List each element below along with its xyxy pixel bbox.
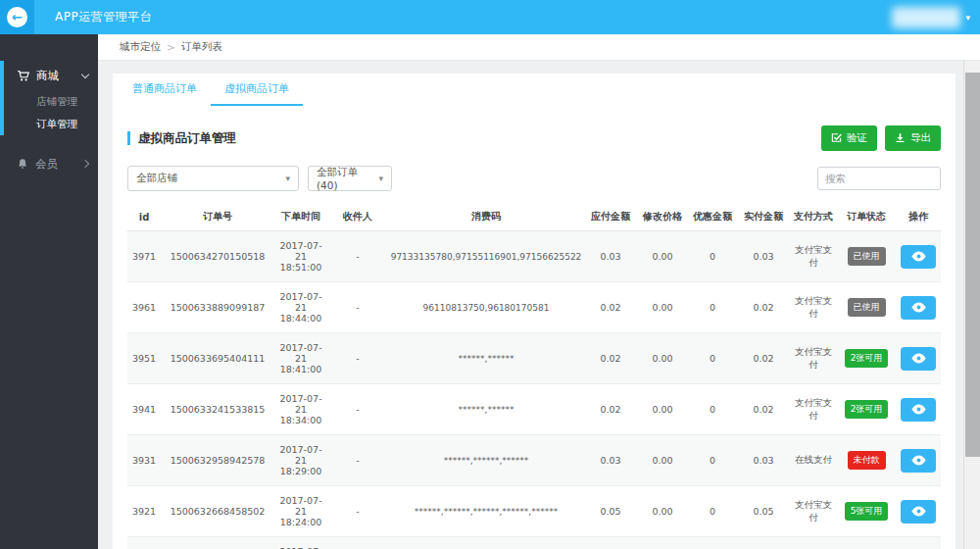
view-order-button[interactable] (901, 296, 936, 320)
scrollbar[interactable] (963, 61, 980, 549)
cell-action (896, 537, 941, 549)
username-redacted (892, 7, 960, 28)
cell-paid-amount: 0.02 (737, 384, 790, 435)
cell-order-status: 5张可用 (837, 486, 896, 537)
caret-down-icon: ▾ (277, 174, 290, 183)
order-status-badge: 2张可用 (845, 400, 889, 419)
cell-action (896, 486, 941, 537)
back-circle: ← (7, 7, 27, 27)
cell-order-status: 2张可用 (837, 333, 896, 384)
cell-recipient: - (327, 435, 388, 486)
tab-normal-orders[interactable]: 普通商品订单 (119, 74, 211, 106)
cell-order-time: 2017-07-21 18:41:00 (274, 333, 327, 384)
table-row: 396115006338890991872017-07-21 18:44:00-… (127, 282, 941, 333)
order-filter-select[interactable]: 全部订单(40) ▾ (308, 166, 392, 191)
header-buttons: 验证 导出 (821, 125, 941, 151)
cell-pay-method: 支付宝支付 (790, 486, 837, 537)
title-tick (127, 131, 130, 145)
view-order-button[interactable] (901, 245, 936, 269)
order-status-badge: 5张可用 (845, 502, 889, 521)
breadcrumb-order-list: 订单列表 (181, 40, 222, 54)
view-order-button[interactable] (901, 398, 936, 422)
app-title: APP运营管理平台 (55, 9, 152, 25)
caret-down-icon: ▾ (965, 13, 970, 23)
cell-pay-method: 支付宝支付 (790, 231, 837, 282)
cell-consumption-code: 96110813750,96180170581 (388, 282, 584, 333)
cell-modified-price: 0.00 (637, 435, 688, 486)
sidebar-item-label: 会员 (35, 157, 58, 172)
orders-table: id 订单号 下单时间 收件人 消费码 应付金额 修改价格 优惠金额 实付金额 … (127, 204, 941, 549)
cell-consumption-code: ******,****** (388, 333, 584, 384)
scrollbar-thumb[interactable] (965, 73, 980, 457)
export-button[interactable]: 导出 (885, 125, 941, 151)
cell-recipient: - (327, 384, 388, 435)
eye-icon (911, 404, 926, 415)
cell-paid-amount: 0.02 (737, 333, 790, 384)
cell-id: 3951 (127, 333, 161, 384)
col-id: id (127, 204, 161, 231)
col-pay-method: 支付方式 (790, 204, 837, 231)
search-input[interactable] (817, 167, 941, 190)
cell-id: 3931 (127, 435, 161, 486)
cell-payable-amount: 0.03 (584, 435, 637, 486)
col-paid-amount: 实付金额 (737, 204, 790, 231)
cell-order-no: 1500632495821252 (161, 537, 274, 549)
col-order-status: 订单状态 (837, 204, 896, 231)
sidebar-item-member[interactable]: 会员 (0, 149, 98, 178)
breadcrumb-city-location[interactable]: 城市定位 (120, 40, 161, 54)
cell-payable-amount: 200.00 (584, 537, 637, 549)
cell-consumption-code: 97133135780,97155116901,97156625522 (388, 231, 584, 282)
sidebar-item-order-management[interactable]: 订单管理 (4, 113, 98, 135)
user-menu[interactable]: ▾ (892, 7, 980, 28)
tab-virtual-orders[interactable]: 虚拟商品订单 (211, 74, 303, 106)
eye-icon (911, 455, 926, 466)
cell-order-time: 2017-07-21 18:29:00 (274, 435, 327, 486)
cell-paid-amount: 0.05 (737, 486, 790, 537)
shop-filter-select[interactable]: 全部店铺 ▾ (127, 166, 299, 191)
sidebar-item-shop-management[interactable]: 店铺管理 (4, 90, 98, 113)
chevron-down-icon (81, 70, 89, 77)
cell-order-status: 2张可用 (837, 384, 896, 435)
sidebar: 商城 店铺管理 订单管理 会员 (0, 34, 98, 549)
sidebar-item-mall[interactable]: 商城 (4, 61, 98, 90)
sidebar-item-label: 商城 (36, 69, 59, 83)
cell-discount-amount: 0 (688, 384, 737, 435)
cell-order-no: 1500633241533815 (161, 384, 274, 435)
eye-icon (911, 353, 926, 364)
cell-paid-amount: 0.02 (737, 282, 790, 333)
cell-discount-amount: 0 (688, 537, 737, 549)
view-order-button[interactable] (901, 347, 936, 371)
cell-id: 3921 (127, 486, 161, 537)
table-row: 397115006342701505182017-07-21 18:51:00-… (127, 231, 941, 282)
view-order-button[interactable] (901, 449, 936, 473)
cart-icon (17, 70, 29, 82)
download-icon (895, 132, 906, 145)
cell-recipient: - (327, 537, 388, 549)
verify-button[interactable]: 验证 (821, 125, 877, 151)
eye-icon (911, 506, 926, 517)
cell-recipient: - (327, 282, 388, 333)
arrow-left-icon: ← (12, 11, 23, 24)
main-content: 普通商品订单 虚拟商品订单 虚拟商品订单管理 验证 (98, 61, 980, 549)
cell-pay-method: 在线支付 (790, 435, 837, 486)
cell-order-status: 已使用 (837, 282, 896, 333)
cell-recipient: - (327, 231, 388, 282)
cell-action (896, 231, 941, 282)
cell-consumption-code: ******,******,******,******,****** (388, 486, 584, 537)
table-row: 392115006326684585022017-07-21 18:24:00-… (127, 486, 941, 537)
view-order-button[interactable] (901, 500, 936, 524)
col-modified-price: 修改价格 (637, 204, 688, 231)
cell-id: 3911 (127, 537, 161, 549)
cell-modified-price: 0.00 (637, 333, 688, 384)
order-status-badge: 已使用 (848, 247, 886, 266)
cell-recipient: - (327, 333, 388, 384)
back-button[interactable]: ← (0, 0, 34, 34)
cell-payable-amount: 0.02 (584, 282, 637, 333)
cell-order-time: 2017-07-21 18:34:00 (274, 384, 327, 435)
cell-order-time: 2017-07-21 18:24:00 (274, 486, 327, 537)
cell-action (896, 384, 941, 435)
col-consumption-code: 消费码 (388, 204, 584, 231)
export-button-label: 导出 (910, 131, 931, 145)
order-status-badge: 已使用 (848, 298, 886, 317)
sidebar-submenu: 店铺管理 订单管理 (4, 90, 98, 135)
